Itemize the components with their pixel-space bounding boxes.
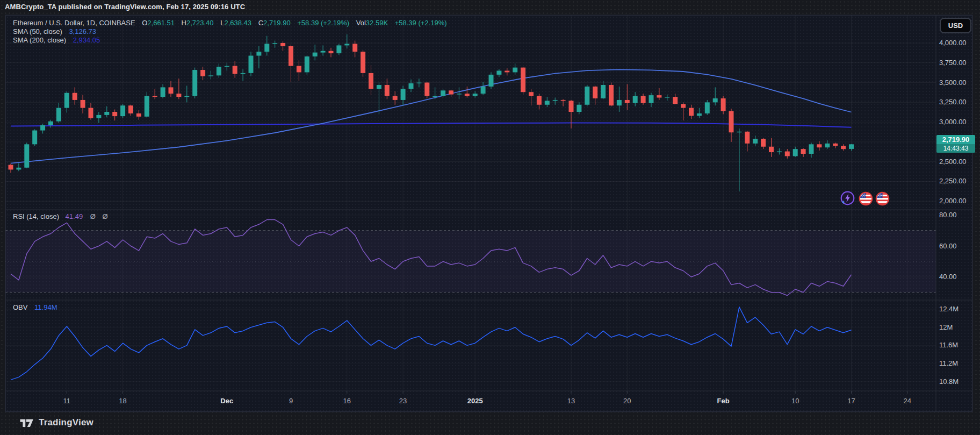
- obv-legend[interactable]: OBV 11.94M: [13, 303, 57, 311]
- vol-change: +58.39 (+2.19%): [395, 19, 447, 27]
- bar-countdown: 14:43:43: [936, 144, 975, 153]
- obv-axis-label: 10.8M: [939, 377, 959, 386]
- sma50-value: 3,126.73: [69, 27, 96, 35]
- time-axis-label: 17: [847, 397, 855, 405]
- low-value: 2,638.43: [224, 19, 251, 27]
- price-axis-label: 3,500.00: [939, 79, 967, 87]
- tradingview-logo[interactable]: TradingView: [19, 415, 93, 430]
- tradingview-published-chart: { "publish_header": "AMBCrypto_TA publis…: [0, 0, 980, 435]
- us-flag-event-icon[interactable]: [859, 191, 873, 206]
- symbol-legend[interactable]: Ethereum / U.S. Dollar, 1D, COINBASE O2,…: [13, 19, 447, 27]
- rsi-axis-label: 60.00: [939, 242, 957, 250]
- rsi-smoothing-empty: Ø Ø: [90, 212, 108, 220]
- sma200-legend[interactable]: SMA (200, close) 2,934.05: [13, 36, 100, 44]
- sma200-value: 2,934.05: [73, 36, 100, 44]
- us-flag-event-icon[interactable]: [875, 191, 890, 206]
- price-axis-label: 3,250.00: [939, 98, 967, 106]
- high-value: 2,723.40: [186, 19, 214, 27]
- time-axis-label: 24: [904, 397, 911, 405]
- time-axis-label: 11: [63, 397, 71, 405]
- rsi-axis-label: 40.00: [939, 273, 957, 281]
- time-axis-label: 16: [343, 397, 351, 405]
- rsi-legend[interactable]: RSI (14, close) 41.49 Ø Ø: [13, 212, 108, 220]
- last-price: 2,719.90: [936, 135, 975, 144]
- price-axis-label: 3,750.00: [939, 59, 967, 67]
- price-axis-label: 3,000.00: [939, 118, 967, 126]
- obv-axis-label: 11.6M: [939, 341, 958, 349]
- last-price-badge: 2,719.90 14:43:43: [936, 135, 975, 153]
- chart-canvas[interactable]: [0, 0, 980, 435]
- sma50-legend[interactable]: SMA (50, close) 3,126.73: [13, 27, 96, 35]
- vol-value: 32.59K: [366, 19, 388, 27]
- time-axis-label: Feb: [717, 397, 730, 405]
- obv-axis-label: 11.2M: [939, 359, 958, 367]
- price-axis-label: 2,000.00: [939, 197, 967, 205]
- obv-axis-label: 12.4M: [939, 305, 959, 313]
- time-axis-label: 18: [119, 397, 126, 405]
- currency-toggle-button[interactable]: USD: [940, 18, 971, 33]
- time-axis-label: 13: [567, 397, 575, 405]
- tradingview-logo-icon: [19, 417, 34, 429]
- obv-value: 11.94M: [34, 303, 57, 311]
- vol-label: Vol: [356, 19, 366, 27]
- open-value: 2,661.51: [147, 19, 175, 27]
- close-value: 2,719.90: [263, 19, 291, 27]
- rsi-axis-label: 80.00: [939, 211, 957, 219]
- time-axis-label: 20: [623, 397, 631, 405]
- rsi-value: 41.49: [66, 212, 83, 220]
- symbol-title: Ethereum / U.S. Dollar, 1D, COINBASE: [13, 19, 135, 27]
- time-axis-label: 2025: [467, 397, 483, 405]
- time-axis-label: 10: [791, 397, 799, 405]
- brand-name: TradingView: [39, 417, 93, 428]
- change-value: +58.39 (+2.19%): [297, 19, 349, 27]
- price-axis-label: 2,500.00: [939, 158, 967, 166]
- price-axis-label: 4,000.00: [939, 39, 967, 47]
- time-axis-label: 9: [289, 397, 293, 405]
- time-axis-label: Dec: [220, 397, 233, 405]
- obv-axis-label: 12M: [939, 323, 953, 331]
- time-axis-label: 23: [399, 397, 407, 405]
- price-axis-label: 2,250.00: [939, 177, 967, 185]
- lightning-event-icon[interactable]: [840, 191, 855, 205]
